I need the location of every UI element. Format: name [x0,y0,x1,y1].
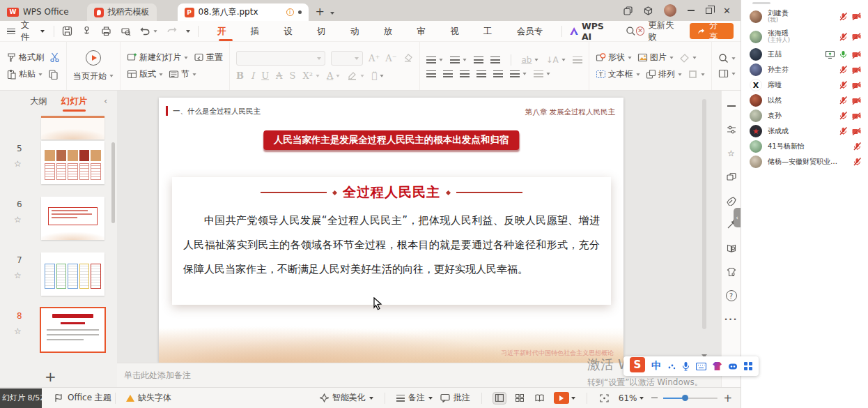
current-slide[interactable]: 一、什么是全过程人民民主 第八章 发展全过程人民民主 人民当家作主是发展全过程人… [159,98,623,363]
skin-shirt-icon[interactable] [713,362,722,370]
tab-slides[interactable]: 幻灯片 [61,96,88,107]
font-color-button[interactable]: A [327,70,340,81]
participant-row[interactable]: ★ 张成成 [741,123,868,139]
reading-view-button[interactable] [534,393,546,404]
panel-peek-chevron-icon[interactable]: ‹ [734,208,741,227]
task-pane-button[interactable] [718,68,736,79]
camera-status-icon[interactable] [852,13,861,20]
camera-status-icon[interactable] [852,112,861,120]
doc-info-icon[interactable]: i [286,8,294,16]
slide-content-card[interactable]: 全过程人民民主 中国共产党领导人民发展“全过程人民民主”，把体现人民利益、反映人… [172,177,611,305]
find-button[interactable] [718,53,736,63]
convert-smartart-button[interactable] [573,56,582,63]
panel-collapse-icon[interactable]: ‹ [104,96,107,106]
bullets-button[interactable] [426,56,443,63]
superscript-button[interactable]: X² [302,70,319,81]
print-icon[interactable] [101,26,111,36]
skin-settings-icon[interactable] [726,266,737,278]
menu-tab-审阅[interactable]: 审阅 [408,21,442,42]
strikethrough-button[interactable]: A [276,70,282,81]
justify-button[interactable] [476,70,486,77]
play-from-current-icon[interactable] [86,50,101,66]
thumbnail-preview[interactable] [41,252,104,296]
tab-document[interactable]: P 08.第八章.pptx i [178,3,309,21]
new-slide-button[interactable]: 新建幻灯片 [127,52,188,63]
keyboard-icon[interactable] [696,363,706,370]
increase-indent-button[interactable] [490,56,500,63]
fit-slide-button[interactable] [598,393,611,404]
ime-grid-menu-icon[interactable] [744,362,752,370]
file-menu-button[interactable]: 文件 [21,20,45,43]
menu-tab-插入[interactable]: 插入 [242,21,276,42]
zoom-level-button[interactable]: 61% [619,393,644,403]
cut-icon[interactable] [49,52,60,63]
thumbnail-star-icon[interactable]: ☆ [14,326,22,336]
theme-button[interactable]: Office 主题 [54,392,111,404]
thumbnail-star-icon[interactable]: ☆ [14,215,22,225]
share-button[interactable]: 分享 [690,23,734,39]
bold-button[interactable]: B [236,70,244,81]
zoom-out-button[interactable] [651,398,658,399]
notes-toggle-button[interactable]: 备注 [396,392,433,404]
participant-row[interactable]: 以然 [741,93,868,108]
align-right-button[interactable] [460,70,470,77]
undo-button[interactable] [140,27,157,36]
font-size-select[interactable] [331,51,363,66]
menu-tab-视图[interactable]: 视图 [442,21,475,42]
align-left-button[interactable] [426,70,436,77]
resources-star-icon[interactable]: ☆ [726,148,737,159]
collapse-pane-icon[interactable] [726,100,737,112]
mic-status-icon[interactable] [839,50,847,59]
shapes-button[interactable]: 形状 [596,52,632,63]
tab-template-store[interactable]: 找稻壳模板 [87,3,157,21]
mic-status-icon[interactable] [839,33,847,41]
char-spacing-button[interactable]: ab [522,55,539,65]
thumbnail-preview[interactable] [41,141,104,184]
menu-tab-会员专享[interactable]: 会员专享 [509,21,559,42]
outline-button[interactable] [688,69,705,80]
save-icon[interactable] [62,26,72,36]
arrange-button[interactable]: 排列 [646,68,682,80]
new-tab-button[interactable]: + [316,5,325,18]
camera-status-icon[interactable] [852,82,861,89]
thumbnail-preview[interactable] [41,197,104,240]
restore-button[interactable] [706,8,712,14]
tab-list-chevron-icon[interactable] [330,12,334,15]
help-icon[interactable]: ? [726,290,737,301]
wps-ai-button[interactable]: WPS AI [570,21,616,42]
play-from-current-button[interactable]: 当页开始 [73,70,114,82]
menu-tab-动画[interactable]: 动画 [342,21,375,42]
ink-annotate-icon[interactable] [726,195,737,206]
fill-button[interactable] [679,52,697,63]
menu-tab-开始[interactable]: 开始 [209,21,242,42]
paste-button[interactable]: 粘贴 [6,68,42,80]
decrease-font-icon[interactable]: A⁻ [385,53,396,63]
menu-tab-工具[interactable]: 工具 [475,21,509,42]
mic-status-icon[interactable] [839,13,847,21]
panel-drag-handle[interactable] [752,2,770,4]
minimize-button[interactable] [688,10,695,11]
workspace-icon[interactable] [623,6,633,15]
font-name-select[interactable] [236,51,325,66]
ime-mode-indicator[interactable]: 中 [651,360,661,372]
section-button[interactable]: 节 [169,68,196,80]
mic-status-icon[interactable] [839,81,847,89]
print-preview-icon[interactable] [121,26,131,36]
properties-icon[interactable] [726,124,737,135]
mic-status-icon[interactable] [839,112,847,120]
tab-outline[interactable]: 大纲 [30,96,47,107]
search-icon[interactable] [626,26,636,36]
comments-button[interactable]: 批注 [440,392,470,404]
layout-button[interactable]: 版式 [127,68,163,80]
participant-row[interactable]: 41号杨新怡 [741,139,868,154]
participant-row[interactable]: 袁孙 [741,108,868,123]
textbox-button[interactable]: 文本框 [596,68,640,80]
sogou-logo-icon[interactable]: S [630,357,645,372]
mic-status-icon[interactable] [839,96,847,105]
voice-dots-icon[interactable] [667,362,676,370]
panel-scrollbar[interactable] [111,142,115,223]
export-icon[interactable] [82,26,92,36]
mic-status-icon[interactable] [853,158,861,166]
mic-status-icon[interactable] [839,66,847,74]
reset-button[interactable]: 重置 [194,52,223,63]
